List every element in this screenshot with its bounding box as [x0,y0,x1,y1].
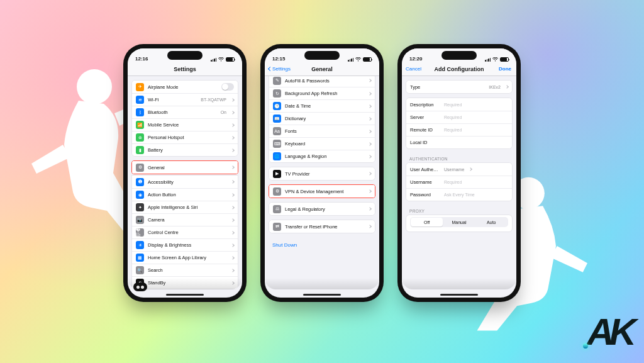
chevron-right-icon [231,136,235,140]
settings-row[interactable]: ☀Display & Brightness [132,238,238,251]
svg-point-0 [77,69,112,104]
proxy-segmented-control[interactable]: OffManualAuto [410,217,508,227]
general-group-legal: ⚖Legal & Regulatory [269,202,375,216]
wifi-status-icon [355,57,361,62]
settings-row[interactable]: 🕒Date & Time [269,99,375,112]
chevron-right-icon [231,231,235,235]
proxy-option[interactable]: Off [411,218,443,226]
config-field-row[interactable]: Local ID [406,136,512,148]
settings-row[interactable]: 📶Mobile Service [132,118,238,131]
home-indicator[interactable] [440,294,478,296]
back-button[interactable]: Settings [269,66,291,72]
settings-row[interactable]: 📷Camera [132,213,238,226]
auth-row[interactable]: PasswordAsk Every Time [406,188,512,201]
wifi-status-icon [218,57,224,62]
row-label: Camera [148,217,228,223]
status-time: 12:20 [409,56,422,62]
row-label: Home Screen & App Library [148,255,228,260]
general-group-top: ✎AutoFill & Passwords↻Background App Ref… [269,76,375,163]
settings-row[interactable]: ✈Airplane Mode [132,81,238,93]
field-label: Remote ID [410,127,440,133]
settings-row[interactable]: 🌐Language & Region [269,150,375,162]
settings-row[interactable]: ◉Action Button [132,188,238,201]
chevron-right-icon [231,193,235,197]
phone-general: 12:15 Settings General ✎AutoFill & Passw… [260,44,384,302]
done-button[interactable]: Done [499,66,511,72]
notch [304,51,340,60]
settings-row[interactable]: ⚙General [132,161,238,174]
settings-row[interactable]: ↻Background App Refresh [269,87,375,99]
config-field-row[interactable]: ServerRequired [406,111,512,123]
settings-row[interactable]: �⿻Control Centre [132,226,238,238]
dictionary-icon: 📖 [273,114,281,123]
settings-row[interactable]: AaFonts [269,125,375,137]
home-indicator[interactable] [303,294,341,296]
status-time: 12:15 [272,56,285,62]
row-label: Dictionary [285,116,365,121]
autofill-icon: ✎ [273,77,281,85]
settings-row[interactable]: ᛒBluetoothOn [132,106,238,118]
settings-row[interactable]: 📖Dictionary [269,112,375,125]
cancel-button[interactable]: Cancel [406,66,421,72]
settings-row[interactable]: ⚖Legal & Regulatory [269,203,375,215]
settings-row[interactable]: ⊚Personal Hotspot [132,131,238,143]
row-label: Battery [148,147,228,153]
chevron-right-icon [505,85,509,89]
chevron-right-icon [231,98,235,102]
settings-row[interactable]: ✦Apple Intelligence & Siri [132,201,238,213]
settings-row[interactable]: ▶TV Provider [269,167,375,180]
chevron-right-icon [231,148,235,152]
home-indicator[interactable] [166,294,204,296]
nav-title: General [311,66,333,72]
field-placeholder: Ask Every Time [444,193,475,197]
accessibility-pill[interactable] [133,282,147,291]
toggle-switch[interactable] [221,83,234,91]
proxy-option[interactable]: Auto [475,218,508,226]
row-label: Mobile Service [148,122,228,128]
config-type-row[interactable]: Type IKEv2 [406,81,512,93]
nav-title: Settings [174,66,196,72]
settings-row[interactable]: ⌨Keyboard [269,137,375,150]
settings-row[interactable]: ✎AutoFill & Passwords [269,76,375,87]
hotspot-icon: ⊚ [136,133,144,142]
auth-row[interactable]: User AuthenticationUsername [406,163,512,176]
chevron-right-icon [231,206,235,209]
row-label: VPN & Device Management [285,189,365,194]
chevron-right-icon [231,123,235,127]
settings-row[interactable]: ➊Accessibility [132,176,238,188]
chevron-right-icon [368,92,372,96]
nav-bar: Cancel Add Configuration Done [402,62,516,76]
settings-row[interactable]: ◐StandBy [132,276,238,289]
row-label: General [148,165,228,170]
settings-row[interactable]: ⚙VPN & Device Management [269,185,375,198]
notch [441,51,477,60]
refresh-icon: ↻ [273,89,281,98]
proxy-header: PROXY [402,205,516,215]
ak-logo: AK [583,310,631,354]
brightness-icon: ☀ [136,241,144,249]
battery-status-icon [226,57,235,62]
settings-row[interactable]: 🔍Search [132,264,238,276]
row-label: Airplane Mode [148,84,218,90]
config-field-row[interactable]: DescriptionRequired [406,98,512,111]
settings-group-device: ➊Accessibility◉Action Button✦Apple Intel… [131,175,238,289]
field-label: User Authentication [410,167,440,172]
row-label: Fonts [285,128,365,134]
settings-row[interactable]: ▦Home Screen & App Library [132,251,238,264]
field-placeholder: Required [444,115,462,120]
antenna-icon: 📶 [136,121,144,129]
field-label: Server [410,114,440,120]
auth-row[interactable]: UsernameRequired [406,176,512,188]
field-placeholder: Required [444,103,462,107]
type-label: Type [410,84,485,90]
settings-row[interactable]: ≋Wi-FiBT-XQATWP [132,93,238,106]
gear-icon: ⚙ [136,164,144,172]
config-field-row[interactable]: Remote IDRequired [406,123,512,136]
transfer-icon: ⇄ [273,223,281,231]
settings-row[interactable]: ⇄Transfer or Reset iPhone [269,220,375,233]
config-proxy-group: OffManualAuto [406,215,513,232]
battery-status-icon [363,57,372,62]
shutdown-link[interactable]: Shut Down [265,237,379,253]
settings-row[interactable]: ▮Battery [132,143,238,156]
proxy-option[interactable]: Manual [443,218,475,226]
